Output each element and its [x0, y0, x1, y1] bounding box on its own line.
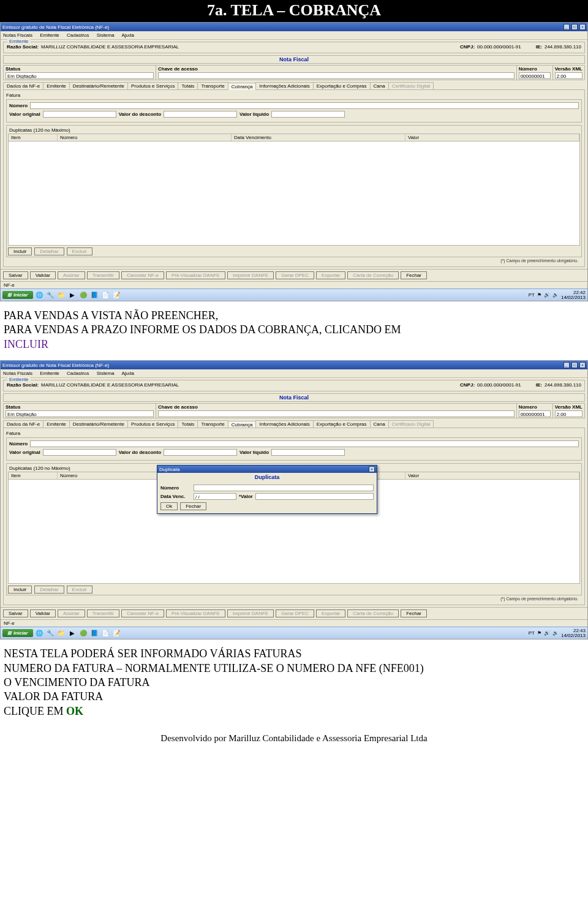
lang-indicator[interactable]: PT	[529, 630, 535, 636]
taskbar-clock[interactable]: 22:4314/02/2013	[561, 628, 586, 638]
fatura-legend: Fatura	[6, 92, 582, 98]
player-icon[interactable]: ▶	[67, 290, 77, 300]
tab-emitente[interactable]: Emitente	[43, 82, 70, 89]
ie-value: 244.898.380.110	[545, 382, 581, 388]
dup-col-numero: Número	[58, 134, 232, 141]
tab-emitente[interactable]: Emitente	[43, 420, 70, 428]
app-menubar: Notas Fiscais Emitente Cadastros Sistema…	[1, 31, 587, 40]
tab-exportacao[interactable]: Exportação e Compras	[313, 420, 371, 428]
chrome-icon[interactable]: 🟢	[78, 290, 88, 300]
tab-cobranca[interactable]: Cobrança	[228, 83, 257, 90]
nfe-status-bar: NF-e	[1, 619, 587, 627]
menu-sistema[interactable]: Sistema	[97, 32, 115, 38]
validar-button[interactable]: Validar	[30, 609, 56, 617]
validar-button[interactable]: Validar	[30, 271, 56, 279]
menu-notas-fiscais[interactable]: Notas Fiscais	[3, 371, 32, 376]
status-value: Em Digitação	[6, 410, 154, 417]
instruction-block-1: PARA VENDAS A VISTA NÃO PREENCHER, PARA …	[0, 301, 588, 360]
tab-cana[interactable]: Cana	[370, 420, 389, 428]
valor-desconto-input[interactable]	[164, 111, 237, 118]
menu-cadastros[interactable]: Cadastros	[67, 32, 89, 38]
tab-produtos[interactable]: Produtos e Serviços	[127, 420, 179, 428]
valor-desconto-input[interactable]	[164, 449, 237, 456]
valor-liquido-input[interactable]	[271, 449, 345, 456]
office-icon[interactable]: 📘	[89, 290, 99, 300]
menu-sistema[interactable]: Sistema	[97, 371, 115, 376]
dialog-data-input[interactable]: / /	[194, 493, 236, 500]
maximize-icon[interactable]: □	[571, 362, 578, 368]
minimize-icon[interactable]: _	[564, 24, 570, 30]
ie-icon[interactable]: 🌐	[34, 290, 44, 300]
menu-cadastros[interactable]: Cadastros	[67, 371, 89, 376]
flag-tray-icon[interactable]: ⚑	[537, 292, 541, 298]
tab-transporte[interactable]: Transporte	[197, 82, 228, 89]
sound-tray-icon[interactable]: 🔉	[552, 292, 559, 298]
close-icon[interactable]: ×	[579, 24, 586, 30]
tab-produtos[interactable]: Produtos e Serviços	[127, 82, 179, 89]
menu-ajuda[interactable]: Ajuda	[121, 371, 134, 376]
fechar-button[interactable]: Fechar	[401, 609, 427, 617]
fechar-button[interactable]: Fechar	[401, 271, 427, 279]
network-tray-icon[interactable]: 🔊	[544, 292, 550, 298]
tab-dados-nfe[interactable]: Dados da NF-e	[3, 82, 43, 89]
flag-tray-icon[interactable]: ⚑	[537, 630, 541, 636]
office-icon[interactable]: 📘	[89, 628, 99, 638]
tab-dados-nfe[interactable]: Dados da NF-e	[3, 420, 43, 428]
fatura-numero-input[interactable]	[30, 440, 579, 447]
doc-icon[interactable]: 📝	[111, 290, 121, 300]
folder-icon[interactable]: 📁	[56, 628, 66, 638]
tool-icon[interactable]: 🔧	[45, 290, 55, 300]
doc-icon[interactable]: 📝	[111, 628, 121, 638]
tab-exportacao[interactable]: Exportação e Compras	[313, 82, 371, 89]
minimize-icon[interactable]: _	[564, 362, 570, 368]
tab-destinatario[interactable]: Destinatário/Remetente	[69, 82, 128, 89]
cancelar-nfe-button: Cancelar NF-e	[121, 609, 164, 617]
menu-notas-fiscais[interactable]: Notas Fiscais	[3, 32, 32, 38]
dialog-data-label: Data Venc.	[160, 494, 191, 499]
tab-info-adicionais[interactable]: Informações Adicionais	[255, 420, 313, 428]
taskbar-clock[interactable]: 22:4214/02/2013	[561, 290, 586, 300]
detalhar-button: Detalhar	[34, 586, 64, 594]
folder-icon[interactable]: 📁	[56, 290, 66, 300]
incluir-button[interactable]: Incluir	[8, 247, 32, 255]
page-icon[interactable]: 📄	[100, 628, 110, 638]
duplicatas-grid[interactable]	[8, 141, 580, 246]
fatura-numero-label: Número	[9, 441, 28, 447]
valor-original-input[interactable]	[43, 111, 116, 118]
tab-destinatario[interactable]: Destinatário/Remetente	[69, 420, 128, 428]
fatura-numero-input[interactable]	[30, 102, 579, 109]
menu-emitente[interactable]: Emitente	[40, 371, 59, 376]
menu-emitente[interactable]: Emitente	[40, 32, 59, 38]
salvar-button[interactable]: Salvar	[3, 271, 28, 279]
valor-original-input[interactable]	[43, 449, 116, 456]
menu-ajuda[interactable]: Ajuda	[121, 32, 134, 38]
dialog-valor-input[interactable]	[255, 493, 374, 500]
tab-cana[interactable]: Cana	[370, 82, 389, 89]
valor-liquido-input[interactable]	[271, 111, 345, 118]
dialog-fechar-button[interactable]: Fechar	[180, 502, 206, 510]
salvar-button[interactable]: Salvar	[3, 609, 28, 617]
chrome-icon[interactable]: 🟢	[78, 628, 88, 638]
incluir-button[interactable]: Incluir	[8, 586, 32, 594]
tab-info-adicionais[interactable]: Informações Adicionais	[255, 82, 313, 89]
page-icon[interactable]: 📄	[100, 290, 110, 300]
numero-value: 000000001	[519, 410, 551, 417]
start-button[interactable]: ⊞Iniciar	[2, 291, 33, 299]
tab-totais[interactable]: Totais	[178, 82, 198, 89]
tab-transporte[interactable]: Transporte	[197, 420, 228, 428]
dialog-numero-input[interactable]	[194, 485, 374, 491]
sound-tray-icon[interactable]: 🔉	[552, 630, 559, 636]
network-tray-icon[interactable]: 🔊	[544, 630, 550, 636]
start-button[interactable]: ⊞Iniciar	[2, 629, 33, 637]
player-icon[interactable]: ▶	[67, 628, 77, 638]
lang-indicator[interactable]: PT	[529, 292, 535, 298]
tab-totais[interactable]: Totais	[178, 420, 198, 428]
nfe-tabs: Dados da NF-e Emitente Destinatário/Reme…	[3, 82, 585, 89]
ie-icon[interactable]: 🌐	[34, 628, 44, 638]
cancelar-nfe-button: Cancelar NF-e	[121, 271, 164, 279]
maximize-icon[interactable]: □	[571, 24, 578, 30]
dialog-close-icon[interactable]: ×	[369, 466, 375, 472]
dialog-ok-button[interactable]: Ok	[160, 502, 178, 510]
close-icon[interactable]: ×	[579, 362, 586, 368]
tool-icon[interactable]: 🔧	[45, 628, 55, 638]
